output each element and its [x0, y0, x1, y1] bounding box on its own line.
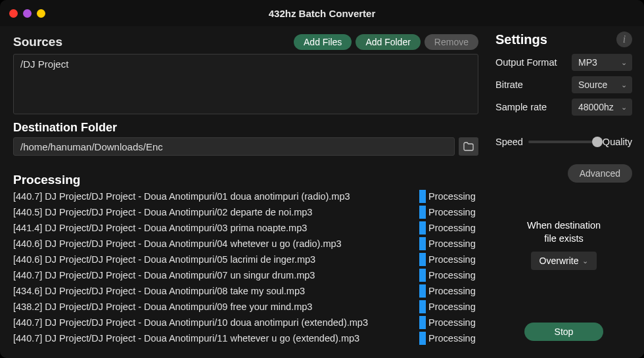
destination-label: Destination Folder: [13, 121, 478, 135]
processing-item-name: [440.7] DJ Project/DJ Project - Doua Ano…: [13, 270, 417, 280]
progress-bar: [419, 269, 426, 282]
processing-item-name: [440.5] DJ Project/DJ Project - Doua Ano…: [13, 207, 417, 217]
processing-item: [440.7] DJ Project/DJ Project - Doua Ano…: [13, 267, 478, 283]
processing-item-name: [434.6] DJ Project/DJ Project - Doua Ano…: [13, 286, 417, 296]
processing-item: [440.6] DJ Project/DJ Project - Doua Ano…: [13, 236, 478, 252]
slider-thumb[interactable]: [592, 137, 603, 147]
destination-input[interactable]: [13, 137, 455, 156]
processing-item-name: [438.2] DJ Project/DJ Project - Doua Ano…: [13, 302, 417, 312]
processing-item-name: [440.6] DJ Project/DJ Project - Doua Ano…: [13, 238, 417, 249]
processing-list: [440.7] DJ Project/DJ Project - Doua Ano…: [13, 189, 478, 358]
output-format-label: Output Format: [495, 57, 557, 68]
folder-icon: [463, 142, 474, 151]
processing-item-status: Processing: [428, 317, 478, 328]
bitrate-select[interactable]: Source ⌄: [572, 76, 632, 93]
processing-item-status: Processing: [428, 333, 478, 344]
processing-item: [441.4] DJ Project/DJ Project - Doua Ano…: [13, 220, 478, 236]
processing-item-name: [440.6] DJ Project/DJ Project - Doua Ano…: [13, 254, 417, 265]
sample-rate-value: 48000hz: [578, 102, 614, 112]
processing-item-name: [440.7] DJ Project/DJ Project - Doua Ano…: [13, 191, 417, 202]
processing-item-name: [440.7] DJ Project/DJ Project - Doua Ano…: [13, 333, 417, 344]
processing-item-status: Processing: [428, 238, 478, 249]
progress-bar: [419, 332, 426, 345]
progress-bar: [419, 316, 426, 329]
processing-item: [440.6] DJ Project/DJ Project - Doua Ano…: [13, 252, 478, 267]
progress-bar: [419, 237, 426, 250]
progress-bar: [419, 190, 426, 203]
processing-item-status: Processing: [428, 302, 478, 312]
bitrate-label: Bitrate: [495, 79, 523, 90]
sample-rate-label: Sample rate: [495, 102, 547, 112]
chevron-down-icon: ⌄: [582, 257, 588, 265]
progress-bar: [419, 300, 426, 313]
add-files-button[interactable]: Add Files: [294, 34, 352, 50]
processing-label: Processing: [13, 173, 478, 187]
app-window: 432hz Batch Converter Sources Add Files …: [0, 0, 644, 358]
output-format-value: MP3: [578, 57, 597, 68]
sources-list[interactable]: /DJ Project: [13, 54, 478, 114]
progress-bar: [419, 253, 426, 266]
bitrate-value: Source: [578, 79, 607, 90]
titlebar: 432hz Batch Converter: [0, 0, 644, 26]
speed-label: Speed: [495, 137, 523, 147]
chevron-down-icon: ⌄: [621, 58, 627, 67]
sources-label: Sources: [13, 35, 62, 49]
processing-item: [434.6] DJ Project/DJ Project - Doua Ano…: [13, 283, 478, 299]
processing-item: [440.7] DJ Project/DJ Project - Doua Ano…: [13, 315, 478, 330]
remove-button[interactable]: Remove: [425, 34, 478, 50]
processing-item-status: Processing: [428, 270, 478, 280]
speed-quality-slider[interactable]: [528, 141, 597, 143]
processing-item: [440.7] DJ Project/DJ Project - Doua Ano…: [13, 330, 478, 346]
processing-item: [438.2] DJ Project/DJ Project - Doua Ano…: [13, 299, 478, 315]
source-item[interactable]: /DJ Project: [20, 58, 471, 70]
quality-label: Quality: [603, 137, 632, 147]
info-icon[interactable]: i: [616, 32, 632, 47]
dest-exists-label-2: file exists: [495, 233, 632, 246]
chevron-down-icon: ⌄: [621, 81, 627, 89]
progress-bar: [419, 284, 426, 298]
progress-bar: [419, 206, 426, 219]
chevron-down-icon: ⌄: [621, 103, 627, 112]
processing-item-status: Processing: [428, 286, 478, 296]
settings-title: Settings: [495, 32, 547, 47]
dest-exists-select[interactable]: Overwrite ⌄: [531, 252, 597, 270]
stop-button[interactable]: Stop: [524, 323, 603, 341]
processing-item-name: [441.4] DJ Project/DJ Project - Doua Ano…: [13, 223, 417, 233]
processing-item-status: Processing: [428, 191, 478, 202]
processing-item-status: Processing: [428, 223, 478, 233]
processing-item: [440.7] DJ Project/DJ Project - Doua Ano…: [13, 189, 478, 204]
dest-exists-value: Overwrite: [540, 256, 579, 266]
processing-item: [440.5] DJ Project/DJ Project - Doua Ano…: [13, 204, 478, 220]
window-title: 432hz Batch Converter: [0, 8, 644, 19]
browse-folder-button[interactable]: [459, 137, 478, 156]
dest-exists-label-1: When destination: [495, 219, 632, 233]
processing-item-status: Processing: [428, 207, 478, 217]
advanced-button[interactable]: Advanced: [568, 164, 632, 183]
sample-rate-select[interactable]: 48000hz ⌄: [572, 99, 632, 116]
output-format-select[interactable]: MP3 ⌄: [572, 54, 632, 71]
add-folder-button[interactable]: Add Folder: [356, 34, 420, 50]
processing-item-status: Processing: [428, 254, 478, 265]
progress-bar: [419, 221, 426, 235]
processing-item-name: [440.7] DJ Project/DJ Project - Doua Ano…: [13, 317, 417, 328]
